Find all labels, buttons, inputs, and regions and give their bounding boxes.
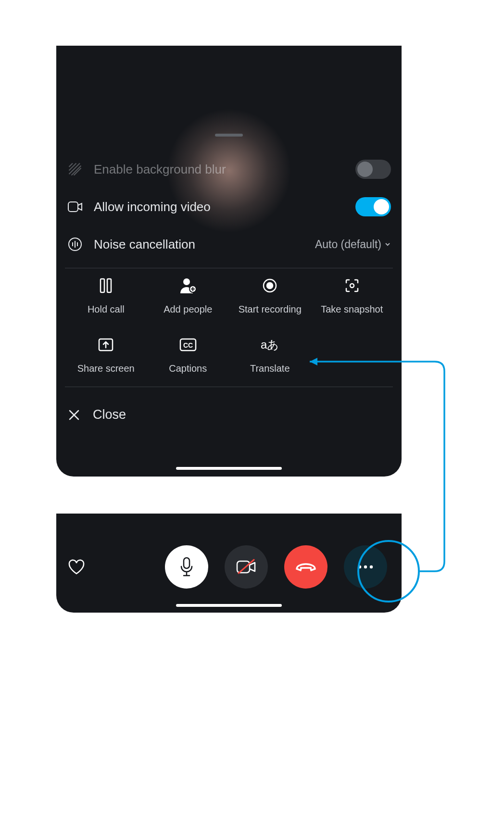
bg-blur-label: Enable background blur [94, 162, 345, 177]
noise-cancellation-icon [67, 237, 83, 251]
add-people-label: Add people [164, 304, 212, 315]
pause-icon [100, 277, 112, 294]
add-person-icon [179, 277, 197, 294]
row-incoming-video[interactable]: Allow incoming video [65, 188, 393, 226]
svg-point-4 [183, 278, 190, 285]
translate-icon: aあ [261, 336, 279, 353]
hangup-icon [295, 562, 317, 572]
incoming-video-toggle[interactable] [355, 197, 391, 216]
captions-label: Captions [169, 363, 207, 374]
svg-point-8 [350, 284, 354, 288]
more-icon [357, 565, 374, 569]
hold-call-button[interactable]: Hold call [65, 277, 147, 315]
captions-icon: CC [179, 336, 197, 353]
captions-button[interactable]: CC Captions [147, 336, 229, 374]
share-screen-icon [98, 336, 113, 353]
svg-point-16 [364, 565, 367, 568]
close-label: Close [93, 407, 126, 422]
video-icon [67, 201, 83, 212]
share-screen-button[interactable]: Share screen [65, 336, 147, 374]
hold-call-label: Hold call [88, 304, 125, 315]
mic-icon [179, 557, 194, 577]
call-options-sheet: Enable background blur Allow incoming vi… [56, 46, 402, 477]
heart-icon [68, 559, 85, 575]
noise-value-dropdown[interactable]: Auto (default) [315, 238, 391, 251]
svg-point-7 [267, 283, 273, 289]
divider [65, 268, 393, 268]
svg-rect-2 [101, 279, 104, 292]
svg-rect-13 [237, 561, 250, 573]
share-screen-label: Share screen [77, 363, 135, 374]
noise-label: Noise cancellation [94, 237, 304, 252]
take-snapshot-button[interactable]: Take snapshot [311, 277, 393, 315]
translate-button[interactable]: aあ Translate [229, 336, 311, 374]
noise-value-text: Auto (default) [315, 238, 381, 251]
svg-text:CC: CC [183, 341, 193, 349]
svg-rect-3 [107, 279, 111, 292]
camera-off-icon [236, 559, 257, 575]
start-recording-label: Start recording [239, 304, 302, 315]
divider-2 [65, 387, 393, 387]
incoming-video-label: Allow incoming video [94, 200, 345, 214]
start-recording-button[interactable]: Start recording [229, 277, 311, 315]
bg-blur-toggle[interactable] [355, 160, 391, 179]
chevron-down-icon [384, 241, 391, 248]
camera-button[interactable] [225, 545, 268, 589]
blur-icon [67, 162, 83, 176]
record-icon [262, 277, 277, 294]
more-options-button[interactable] [344, 545, 387, 589]
svg-point-17 [370, 565, 373, 568]
take-snapshot-label: Take snapshot [321, 304, 383, 315]
translate-label: Translate [250, 363, 290, 374]
mic-button[interactable] [165, 545, 208, 589]
row-noise-cancellation[interactable]: Noise cancellation Auto (default) [65, 226, 393, 263]
svg-rect-0 [68, 202, 78, 212]
row-background-blur[interactable]: Enable background blur [65, 151, 393, 188]
home-indicator-2[interactable] [176, 604, 282, 607]
close-icon [68, 409, 80, 421]
react-button[interactable] [67, 559, 86, 575]
home-indicator[interactable] [176, 467, 282, 470]
call-control-bar-panel [56, 514, 402, 613]
svg-point-15 [358, 565, 361, 568]
svg-rect-12 [184, 558, 189, 568]
add-people-button[interactable]: Add people [147, 277, 229, 315]
action-grid: Hold call Add people Start record [65, 277, 393, 374]
call-control-bar [56, 545, 402, 589]
end-call-button[interactable] [284, 545, 328, 589]
snapshot-icon [344, 277, 360, 294]
close-button[interactable]: Close [65, 396, 393, 422]
